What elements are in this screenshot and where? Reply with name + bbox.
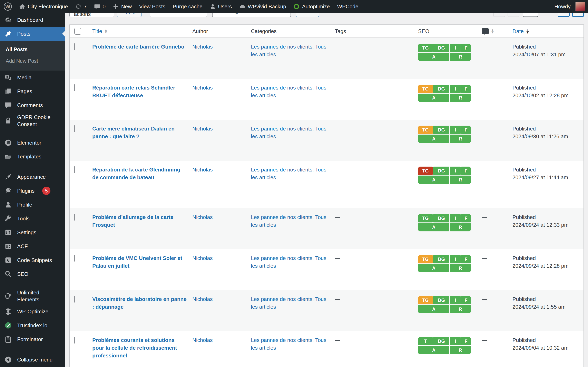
- post-title-link[interactable]: Viscosimètre de laboratoire en panne : d…: [92, 296, 187, 310]
- author-link[interactable]: Nicholas: [192, 337, 213, 343]
- view-posts-link[interactable]: View Posts: [136, 0, 169, 13]
- seo-badge-tg: TG: [418, 214, 433, 222]
- seo-badge-dg: DG: [433, 255, 449, 263]
- site-name-link[interactable]: City Électronique: [16, 0, 72, 13]
- row-checkbox[interactable]: [74, 337, 75, 343]
- updates-link[interactable]: 7: [72, 0, 90, 13]
- sidebar-item-seo[interactable]: SEO: [0, 267, 65, 281]
- seo-score-grid[interactable]: TGDGIFAR: [418, 296, 471, 313]
- sidebar-item-settings[interactable]: Settings: [0, 225, 65, 239]
- seo-badge-tg: TG: [418, 125, 433, 134]
- category-link[interactable]: Les pannes de nos clients: [251, 125, 312, 132]
- post-date: 2024/09/24 at 1:55 am: [512, 303, 579, 311]
- row-checkbox[interactable]: [74, 84, 75, 91]
- category-link[interactable]: Les pannes de nos clients: [251, 296, 312, 302]
- seo-badge-r: R: [450, 305, 471, 313]
- row-checkbox[interactable]: [74, 125, 75, 132]
- row-checkbox[interactable]: [74, 214, 75, 221]
- seo-badge-a: A: [418, 223, 449, 231]
- comments-empty-dash: —: [482, 85, 487, 91]
- post-title-link[interactable]: Problèmes courants et solutions pour la …: [92, 337, 177, 359]
- category-link[interactable]: Les pannes de nos clients: [251, 44, 312, 50]
- row-checkbox[interactable]: [74, 296, 75, 303]
- sidebar-item-pages[interactable]: Pages: [0, 84, 65, 98]
- author-link[interactable]: Nicholas: [192, 85, 213, 91]
- purge-cache-link[interactable]: Purge cache: [169, 0, 206, 13]
- sort-title-header[interactable]: Title: [92, 28, 102, 34]
- sidebar-item-code-snippets[interactable]: Code Snippets: [0, 253, 65, 267]
- sidebar-item-label: Pages: [17, 88, 32, 95]
- post-title-link[interactable]: Problème de VMC Unelvent Soler et Palau …: [92, 255, 182, 269]
- sidebar-item-acf[interactable]: ACF: [0, 239, 65, 253]
- sidebar-item-wp-optimize[interactable]: WP-Optimize: [0, 305, 65, 318]
- seo-score-grid[interactable]: TGDGIFAR: [418, 44, 471, 61]
- sidebar-item-gdpr-cookie-consent[interactable]: GDPR Cookie Consent: [0, 112, 65, 129]
- seo-score-grid[interactable]: TGDGIFAR: [418, 85, 471, 102]
- users-link[interactable]: Users: [206, 0, 236, 13]
- seo-score-grid[interactable]: TGDGIFAR: [418, 255, 471, 272]
- category-link[interactable]: Les pannes de nos clients: [251, 167, 312, 173]
- sidebar-item-plugins[interactable]: Plugins5: [0, 184, 65, 198]
- category-link[interactable]: Les pannes de nos clients: [251, 85, 312, 91]
- wpcode-link[interactable]: WPCode: [333, 0, 362, 13]
- author-link[interactable]: Nicholas: [192, 167, 213, 173]
- sidebar-item-posts[interactable]: Posts: [0, 27, 65, 41]
- row-checkbox[interactable]: [74, 166, 75, 173]
- category-separator: ,: [312, 255, 315, 261]
- row-checkbox[interactable]: [74, 43, 75, 50]
- author-link[interactable]: Nicholas: [192, 44, 213, 50]
- category-link[interactable]: Les pannes de nos clients: [251, 255, 312, 261]
- post-title-link[interactable]: Problème de carte barrière Gunnebo: [92, 44, 184, 50]
- seo-badge-i: I: [450, 85, 461, 93]
- seo-score-grid[interactable]: TGDGIFAR: [418, 125, 471, 143]
- wpvivid-link[interactable]: WPvivid Backup: [236, 0, 290, 13]
- media-icon: [4, 74, 12, 81]
- wp-logo-menu[interactable]: W: [0, 0, 16, 13]
- seo-badge-f: F: [461, 44, 471, 52]
- user-avatar[interactable]: [575, 2, 585, 11]
- sidebar-item-trustindex-io[interactable]: Trustindex.io: [0, 318, 65, 332]
- author-link[interactable]: Nicholas: [192, 255, 213, 261]
- post-title-link[interactable]: Carte mère climatiseur Daikin en panne :…: [92, 125, 174, 140]
- category-link[interactable]: Les pannes de nos clients: [251, 214, 312, 220]
- sidebar-item-tools[interactable]: Tools: [0, 212, 65, 225]
- post-title-link[interactable]: Problème d’allumage de la carte Frosquet: [92, 214, 173, 228]
- category-link[interactable]: Les pannes de nos clients: [251, 337, 312, 343]
- author-link[interactable]: Nicholas: [192, 296, 213, 302]
- seo-badge-i: I: [450, 255, 461, 263]
- post-status: Published: [512, 166, 579, 174]
- sort-date-header[interactable]: Date: [512, 28, 524, 34]
- seo-badge-r: R: [450, 264, 471, 272]
- seo-score-grid[interactable]: TDGIFAR: [418, 337, 471, 354]
- submenu-item-add-new-post[interactable]: Add New Post: [0, 55, 65, 67]
- sidebar-item-comments[interactable]: Comments: [0, 98, 65, 112]
- autoptimize-link[interactable]: Autoptimize: [290, 0, 333, 13]
- comments-header-icon[interactable]: [482, 28, 489, 34]
- submenu-item-all-posts[interactable]: All Posts: [0, 44, 65, 55]
- comments-link[interactable]: 0: [90, 0, 109, 13]
- row-checkbox[interactable]: [74, 255, 75, 262]
- author-link[interactable]: Nicholas: [192, 125, 213, 132]
- seo-badge-i: I: [450, 44, 461, 52]
- sidebar-item-dashboard[interactable]: Dashboard: [0, 13, 65, 27]
- seo-badge-dg: DG: [433, 167, 449, 175]
- sidebar-item-elementor[interactable]: Elementor: [0, 136, 65, 150]
- sidebar-item-unlimited-elements[interactable]: Unlimited Elements: [0, 287, 65, 305]
- my-account-menu[interactable]: Howdy,: [551, 0, 575, 13]
- table-row: Problème de VMC Unelvent Soler et Palau …: [70, 249, 584, 290]
- select-all-checkbox[interactable]: [74, 28, 81, 35]
- sidebar-item-templates[interactable]: Templates: [0, 150, 65, 164]
- new-menu[interactable]: New: [109, 0, 135, 13]
- sidebar-item-profile[interactable]: Profile: [0, 198, 65, 212]
- sidebar-item-appearance[interactable]: Appearance: [0, 170, 65, 184]
- seo-score-grid[interactable]: TGDGIFAR: [418, 214, 471, 231]
- author-link[interactable]: Nicholas: [192, 214, 213, 220]
- sidebar-item-forminator[interactable]: Forminator: [0, 332, 65, 346]
- post-title-link[interactable]: Réparation carte relais Schindler RKUET …: [92, 85, 175, 99]
- sidebar-item-collapse-menu[interactable]: Collapse menu: [0, 353, 65, 367]
- sidebar-item-media[interactable]: Media: [0, 71, 65, 84]
- seo-badge-i: I: [450, 167, 461, 175]
- seo-score-grid[interactable]: TGDGIFAR: [418, 167, 471, 184]
- seo-badge-a: A: [418, 175, 449, 184]
- post-title-link[interactable]: Réparation de la carte Glendinning de co…: [92, 167, 180, 180]
